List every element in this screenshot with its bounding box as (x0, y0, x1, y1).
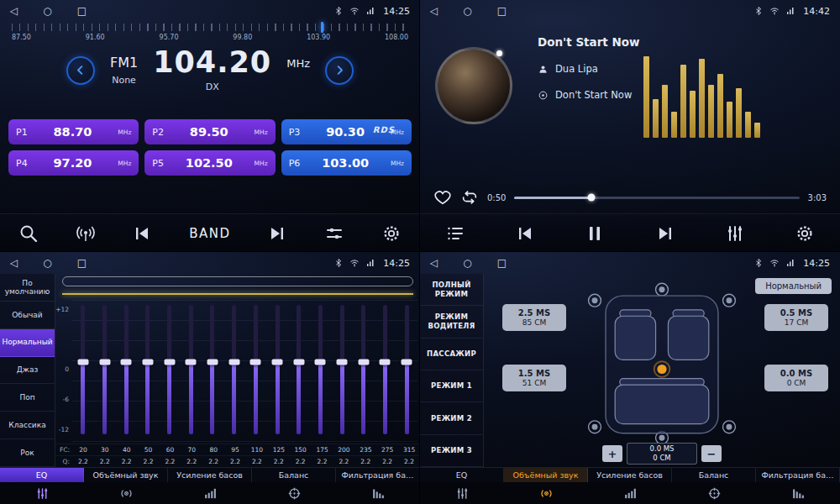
eq-preset-item[interactable]: Нормальный (0, 329, 55, 357)
eq-slider-knob[interactable] (315, 359, 326, 365)
next-station-icon[interactable] (267, 223, 287, 244)
eq-sliders-icon[interactable] (0, 482, 84, 504)
eq-slider-knob[interactable] (228, 359, 239, 365)
eq-slider-knob[interactable] (121, 359, 132, 365)
eq-band-slider[interactable] (245, 300, 267, 442)
preset-p6-button[interactable]: P6103.00MHz (281, 150, 412, 176)
audio-tab[interactable]: Объёмный звук (84, 468, 168, 482)
eq-sliders-icon[interactable] (420, 482, 504, 504)
preset-p1-button[interactable]: P188.70MHz (8, 119, 139, 144)
eq-band-slider[interactable] (288, 300, 310, 442)
delay-plus-button[interactable]: + (602, 445, 622, 462)
playlist-icon[interactable] (445, 223, 465, 244)
prev-track-icon[interactable] (515, 223, 535, 244)
repeat-icon[interactable] (460, 188, 479, 207)
seek-bar[interactable] (514, 197, 799, 199)
audio-tab[interactable]: EQ (420, 468, 504, 482)
audio-tab[interactable]: Фильтрация ба… (756, 468, 840, 482)
surround-mode-item[interactable]: РЕЖИМ 1 (420, 370, 483, 402)
audio-tab[interactable]: Усиление басов (168, 468, 252, 482)
preset-p4-button[interactable]: P497.20MHz (8, 150, 139, 176)
recents-icon[interactable]: □ (497, 258, 507, 268)
eq-band-slider[interactable] (180, 300, 202, 442)
player-eq-icon[interactable] (725, 223, 745, 244)
seek-knob[interactable] (588, 194, 596, 202)
crossover-filter-icon[interactable] (336, 482, 420, 504)
preset-p3-button[interactable]: P390.30MHz (281, 119, 412, 144)
auto-scan-icon[interactable] (76, 223, 96, 244)
settings-gear-icon[interactable] (381, 223, 402, 244)
back-icon[interactable]: ◁ (10, 258, 18, 268)
preset-p2-button[interactable]: P289.50MHz (144, 119, 275, 144)
eq-slider-knob[interactable] (250, 359, 261, 365)
tune-down-button[interactable] (66, 56, 95, 85)
eq-band-slider[interactable] (396, 300, 417, 442)
bass-boost-icon[interactable] (588, 482, 672, 504)
preset-p5-button[interactable]: P5102.50MHz (144, 150, 275, 176)
eq-band-slider[interactable] (353, 300, 375, 442)
surround-mode-item[interactable]: ПАССАЖИР (420, 339, 483, 370)
eq-slider-knob[interactable] (358, 359, 369, 365)
eq-band-slider[interactable] (94, 300, 116, 442)
balance-icon[interactable] (672, 482, 756, 504)
surround-sound-icon[interactable] (504, 482, 588, 504)
surround-mode-item[interactable]: РЕЖИМ ВОДИТЕЛЯ (420, 306, 483, 338)
surround-mode-item[interactable]: ПОЛНЫЙ РЕЖИМ (420, 274, 483, 306)
home-icon[interactable]: ○ (463, 6, 471, 16)
favorite-icon[interactable] (433, 188, 452, 207)
home-icon[interactable]: ○ (43, 6, 51, 16)
eq-band-slider[interactable] (159, 300, 181, 442)
bass-boost-icon[interactable] (168, 482, 252, 504)
eq-slider-knob[interactable] (77, 359, 88, 365)
back-icon[interactable]: ◁ (430, 6, 438, 16)
back-icon[interactable]: ◁ (10, 6, 18, 16)
eq-slider-knob[interactable] (207, 359, 218, 365)
eq-slider-knob[interactable] (142, 359, 153, 365)
crossover-filter-icon[interactable] (756, 482, 840, 504)
pause-icon[interactable] (585, 223, 605, 244)
audio-tab[interactable]: Объёмный звук (504, 468, 588, 482)
eq-band-slider[interactable] (375, 300, 396, 442)
band-button[interactable]: BAND (189, 226, 230, 241)
prev-station-icon[interactable] (132, 223, 152, 244)
eq-slider-knob[interactable] (293, 359, 304, 365)
delay-minus-button[interactable]: − (701, 445, 722, 462)
eq-slider-knob[interactable] (164, 359, 175, 365)
surround-mode-item[interactable]: РЕЖИМ 3 (420, 435, 483, 467)
recents-icon[interactable]: □ (77, 258, 87, 268)
settings-gear-icon[interactable] (795, 223, 815, 244)
next-track-icon[interactable] (655, 223, 675, 244)
eq-preset-item[interactable]: Поп (0, 384, 55, 412)
surround-mode-item[interactable]: РЕЖИМ 2 (420, 402, 483, 434)
eq-band-slider[interactable] (266, 300, 288, 442)
eq-preset-item[interactable]: Обычай (0, 302, 55, 329)
back-icon[interactable]: ◁ (430, 258, 438, 268)
balance-icon[interactable] (252, 482, 336, 504)
recents-icon[interactable]: □ (77, 6, 87, 16)
eq-band-slider[interactable] (115, 300, 137, 442)
audio-tab[interactable]: Фильтрация ба… (336, 468, 420, 482)
eq-band-slider[interactable] (72, 300, 94, 442)
audio-tab[interactable]: Баланс (672, 468, 756, 482)
eq-band-slider[interactable] (223, 300, 245, 442)
eq-slider-knob[interactable] (272, 359, 283, 365)
audio-tab[interactable]: Усиление басов (588, 468, 672, 482)
tune-settings-icon[interactable] (324, 223, 344, 244)
recents-icon[interactable]: □ (497, 6, 507, 16)
eq-slider-knob[interactable] (99, 359, 110, 365)
audio-tab[interactable]: EQ (0, 468, 84, 482)
home-icon[interactable]: ○ (43, 258, 51, 268)
eq-preset-item[interactable]: Классика (0, 412, 55, 439)
eq-band-slider[interactable] (310, 300, 332, 442)
eq-band-slider[interactable] (202, 300, 223, 442)
eq-slider-knob[interactable] (337, 359, 348, 365)
home-icon[interactable]: ○ (463, 258, 471, 268)
eq-preset-item[interactable]: Рок (0, 439, 55, 467)
eq-slider-knob[interactable] (380, 359, 391, 365)
audio-tab[interactable]: Баланс (252, 468, 336, 482)
profile-button[interactable]: Нормальный (755, 278, 832, 294)
eq-band-slider[interactable] (331, 300, 353, 442)
eq-preset-item[interactable]: Джаз (0, 357, 55, 385)
eq-band-slider[interactable] (137, 300, 159, 442)
tune-up-button[interactable] (325, 56, 354, 85)
